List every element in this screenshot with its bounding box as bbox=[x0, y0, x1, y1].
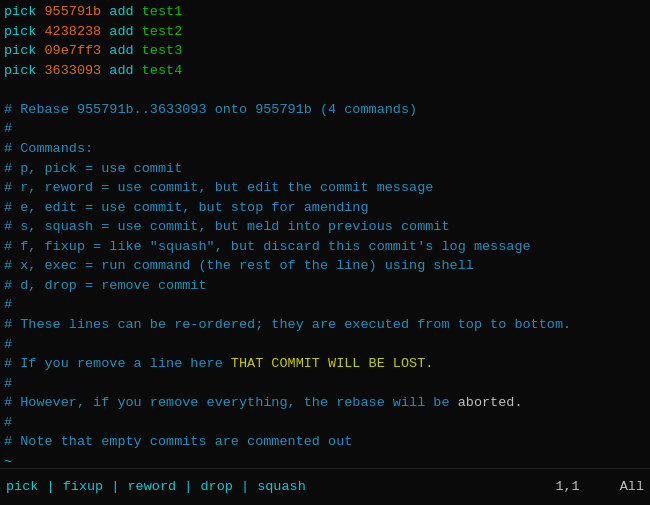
editor-line: # e, edit = use commit, but stop for ame… bbox=[4, 198, 646, 218]
editor-line: # bbox=[4, 295, 646, 315]
statusbar-right: 1,1 All bbox=[555, 477, 644, 497]
statusbar: pick | fixup | reword | drop | squash 1,… bbox=[0, 468, 650, 505]
editor-line: # x, exec = run command (the rest of the… bbox=[4, 256, 646, 276]
editor-line: # bbox=[4, 335, 646, 355]
editor: pick 955791b add test1pick 4238238 add t… bbox=[0, 0, 650, 468]
editor-line: # Note that empty commits are commented … bbox=[4, 432, 646, 452]
scroll-position: All bbox=[620, 477, 644, 497]
editor-line: pick 955791b add test1 bbox=[4, 2, 646, 22]
editor-line: # Commands: bbox=[4, 139, 646, 159]
editor-line: # f, fixup = like "squash", but discard … bbox=[4, 237, 646, 257]
editor-line: # Rebase 955791b..3633093 onto 955791b (… bbox=[4, 100, 646, 120]
editor-line: # d, drop = remove commit bbox=[4, 276, 646, 296]
editor-line bbox=[4, 80, 646, 100]
editor-line: # p, pick = use commit bbox=[4, 159, 646, 179]
editor-line: # If you remove a line here THAT COMMIT … bbox=[4, 354, 646, 374]
statusbar-commands: pick | fixup | reword | drop | squash bbox=[6, 477, 555, 497]
editor-line: # However, if you remove everything, the… bbox=[4, 393, 646, 413]
editor-line: # bbox=[4, 119, 646, 139]
editor-line: ~ bbox=[4, 452, 646, 468]
editor-line: # bbox=[4, 413, 646, 433]
editor-line: # r, reword = use commit, but edit the c… bbox=[4, 178, 646, 198]
editor-line: # s, squash = use commit, but meld into … bbox=[4, 217, 646, 237]
editor-line: # These lines can be re-ordered; they ar… bbox=[4, 315, 646, 335]
editor-line: pick 3633093 add test4 bbox=[4, 61, 646, 81]
editor-line: pick 4238238 add test2 bbox=[4, 22, 646, 42]
editor-line: pick 09e7ff3 add test3 bbox=[4, 41, 646, 61]
cursor-position: 1,1 bbox=[555, 477, 579, 497]
editor-line: # bbox=[4, 374, 646, 394]
